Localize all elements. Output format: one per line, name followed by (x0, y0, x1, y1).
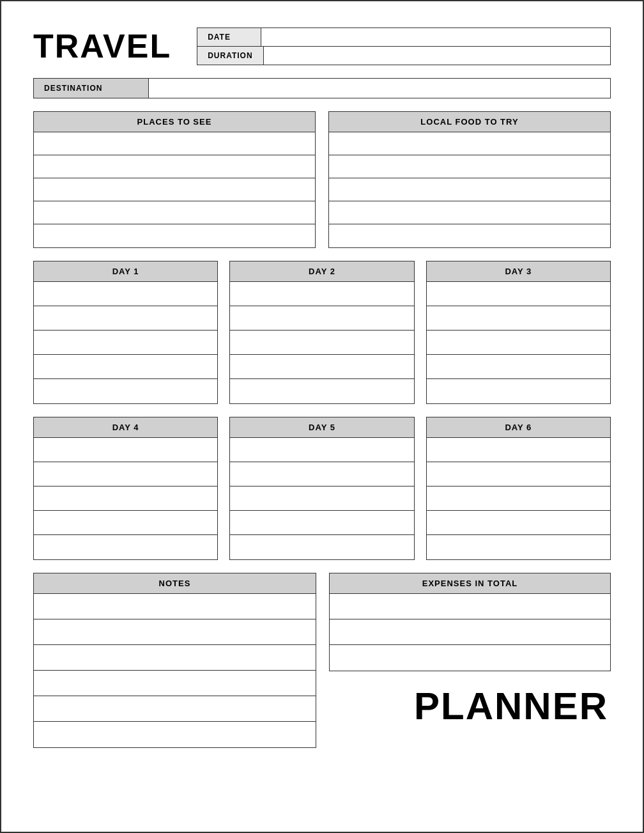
places-row-4[interactable] (34, 201, 315, 224)
day-5-row-3[interactable] (230, 487, 413, 511)
places-row-1[interactable] (34, 132, 315, 155)
title-block: TRAVEL (33, 27, 171, 65)
day-3-row-2[interactable] (427, 306, 610, 331)
day-6-row-5[interactable] (427, 535, 610, 559)
day-3-box: DAY 3 (426, 261, 611, 404)
food-row-2[interactable] (329, 155, 610, 178)
day-4-header: DAY 4 (34, 417, 217, 438)
destination-value[interactable] (149, 79, 610, 98)
day-1-box: DAY 1 (33, 261, 218, 404)
day-3-row-3[interactable] (427, 331, 610, 355)
day-5-box: DAY 5 (229, 417, 414, 560)
day-4-row-5[interactable] (34, 535, 217, 559)
days-4-6-section: DAY 4 DAY 5 DAY 6 (33, 417, 611, 560)
expenses-row-2[interactable] (330, 619, 610, 645)
duration-row: DURATION (197, 47, 610, 65)
places-row-3[interactable] (34, 178, 315, 201)
notes-row-2[interactable] (34, 619, 316, 645)
expenses-box: EXPENSES IN TOTAL (329, 573, 611, 671)
day-5-header: DAY 5 (230, 417, 413, 438)
day-6-box: DAY 6 (426, 417, 611, 560)
destination-row: DESTINATION (33, 78, 611, 98)
bottom-section: NOTES EXPENSES IN TOTAL PLANNER (33, 573, 611, 748)
day-2-box: DAY 2 (229, 261, 414, 404)
day-2-row-2[interactable] (230, 306, 413, 331)
notes-row-1[interactable] (34, 594, 316, 619)
date-row: DATE (197, 28, 610, 47)
food-row-4[interactable] (329, 201, 610, 224)
notes-row-6[interactable] (34, 722, 316, 747)
places-row-5[interactable] (34, 224, 315, 247)
day-6-row-3[interactable] (427, 487, 610, 511)
food-row-3[interactable] (329, 178, 610, 201)
day-5-row-2[interactable] (230, 462, 413, 487)
day-3-row-4[interactable] (427, 355, 610, 379)
day-1-row-5[interactable] (34, 379, 217, 403)
day-1-header: DAY 1 (34, 261, 217, 282)
food-box: LOCAL FOOD TO TRY (328, 111, 611, 248)
day-5-row-5[interactable] (230, 535, 413, 559)
expenses-row-1[interactable] (330, 594, 610, 619)
header-section: TRAVEL DATE DURATION (33, 27, 611, 65)
day-1-row-4[interactable] (34, 355, 217, 379)
duration-value[interactable] (264, 47, 610, 65)
notes-row-3[interactable] (34, 645, 316, 671)
day-2-row-1[interactable] (230, 282, 413, 306)
day-5-row-1[interactable] (230, 438, 413, 462)
day-4-row-1[interactable] (34, 438, 217, 462)
date-duration-block: DATE DURATION (197, 27, 611, 65)
days-1-3-section: DAY 1 DAY 2 DAY 3 (33, 261, 611, 404)
food-row-1[interactable] (329, 132, 610, 155)
day-2-row-3[interactable] (230, 331, 413, 355)
main-title: TRAVEL (33, 27, 171, 65)
day-5-row-4[interactable] (230, 511, 413, 535)
day-1-row-2[interactable] (34, 306, 217, 331)
expenses-header: EXPENSES IN TOTAL (330, 573, 610, 594)
day-3-row-5[interactable] (427, 379, 610, 403)
day-3-row-1[interactable] (427, 282, 610, 306)
day-2-header: DAY 2 (230, 261, 413, 282)
day-1-row-1[interactable] (34, 282, 217, 306)
day-2-row-5[interactable] (230, 379, 413, 403)
date-label: DATE (197, 28, 261, 46)
day-4-box: DAY 4 (33, 417, 218, 560)
day-4-row-3[interactable] (34, 487, 217, 511)
places-row-2[interactable] (34, 155, 315, 178)
day-4-row-2[interactable] (34, 462, 217, 487)
travel-planner-page: TRAVEL DATE DURATION DESTINATION PLACES … (0, 0, 644, 833)
food-row-5[interactable] (329, 224, 610, 247)
day-6-row-2[interactable] (427, 462, 610, 487)
places-box: PLACES TO SEE (33, 111, 316, 248)
places-header: PLACES TO SEE (34, 112, 315, 132)
planner-title: PLANNER (329, 678, 611, 728)
day-6-header: DAY 6 (427, 417, 610, 438)
notes-box: NOTES (33, 573, 316, 748)
notes-row-4[interactable] (34, 671, 316, 696)
expenses-planner-box: EXPENSES IN TOTAL PLANNER (329, 573, 611, 748)
notes-row-5[interactable] (34, 696, 316, 722)
destination-label: DESTINATION (34, 79, 149, 98)
places-food-section: PLACES TO SEE LOCAL FOOD TO TRY (33, 111, 611, 248)
day-1-row-3[interactable] (34, 331, 217, 355)
day-2-row-4[interactable] (230, 355, 413, 379)
day-3-header: DAY 3 (427, 261, 610, 282)
expenses-row-3[interactable] (330, 645, 610, 671)
notes-header: NOTES (34, 573, 316, 594)
date-value[interactable] (261, 28, 610, 46)
day-6-row-1[interactable] (427, 438, 610, 462)
day-6-row-4[interactable] (427, 511, 610, 535)
food-header: LOCAL FOOD TO TRY (329, 112, 610, 132)
day-4-row-4[interactable] (34, 511, 217, 535)
duration-label: DURATION (197, 47, 263, 65)
